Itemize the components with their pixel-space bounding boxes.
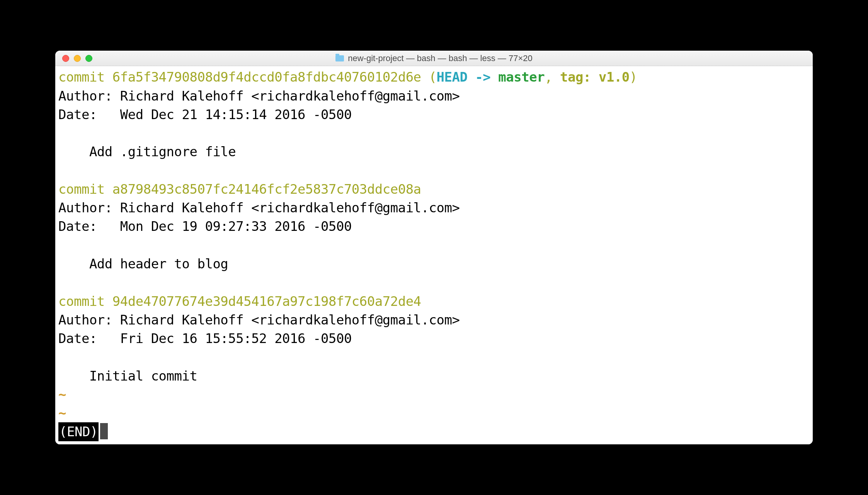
ref-open-paren: (	[421, 69, 437, 85]
window-title-text: new-git-project — bash — bash — less — 7…	[348, 53, 533, 63]
date-line: Date: Mon Dec 19 09:27:33 2016 -0500	[58, 218, 352, 234]
titlebar: new-git-project — bash — bash — less — 7…	[55, 51, 813, 66]
terminal-output[interactable]: commit 6fa5f34790808d9f4dccd0fa8fdbc4076…	[55, 66, 813, 444]
folder-icon	[335, 55, 344, 61]
pager-tilde: ~	[58, 387, 66, 402]
pager-end-marker: (END)	[58, 422, 99, 441]
author-line: Author: Richard Kalehoff <richardkalehof…	[58, 200, 460, 215]
terminal-window: new-git-project — bash — bash — less — 7…	[55, 51, 813, 444]
minimize-icon[interactable]	[74, 55, 81, 62]
tag-ref: tag: v1.0	[560, 69, 630, 85]
commit-line: commit 6fa5f34790808d9f4dccd0fa8fdbc4076…	[58, 69, 421, 85]
ref-separator: ,	[545, 69, 560, 85]
ref-close-paren: )	[630, 69, 637, 85]
commit-line: commit a8798493c8507fc24146fcf2e5837c703…	[58, 181, 421, 197]
traffic-lights	[55, 55, 92, 62]
cursor-icon	[100, 423, 108, 439]
zoom-icon[interactable]	[85, 55, 92, 62]
commit-message: Add .gitignore file	[58, 144, 236, 159]
author-line: Author: Richard Kalehoff <richardkalehof…	[58, 312, 460, 328]
date-line: Date: Fri Dec 16 15:55:52 2016 -0500	[58, 331, 352, 346]
pager-tilde: ~	[58, 405, 66, 421]
head-ref: HEAD ->	[437, 69, 499, 85]
author-line: Author: Richard Kalehoff <richardkalehof…	[58, 88, 460, 104]
commit-line: commit 94de47077674e39d454167a97c198f7c6…	[58, 294, 421, 309]
close-icon[interactable]	[62, 55, 69, 62]
commit-message: Add header to blog	[58, 256, 228, 271]
date-line: Date: Wed Dec 21 14:15:14 2016 -0500	[58, 107, 352, 122]
commit-message: Initial commit	[58, 368, 197, 384]
window-title: new-git-project — bash — bash — less — 7…	[55, 53, 813, 63]
branch-ref: master	[498, 69, 545, 85]
